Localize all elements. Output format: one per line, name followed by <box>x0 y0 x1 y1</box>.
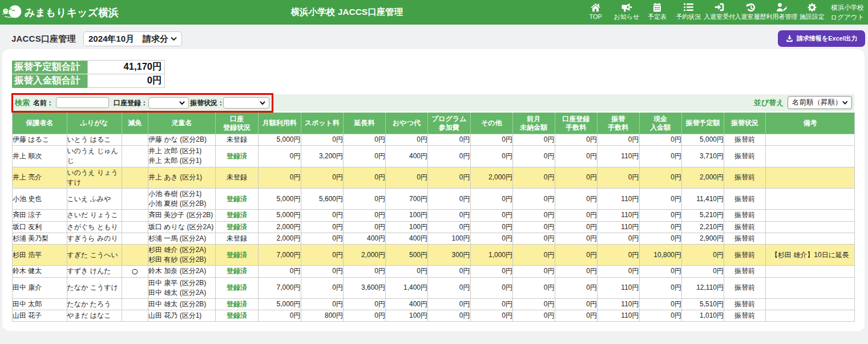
cell <box>122 146 148 167</box>
cell: 0円 <box>344 189 386 210</box>
nav-item-お知らせ[interactable]: お知らせ <box>609 0 644 25</box>
nav-item-利用者管理[interactable]: 利用者管理 <box>765 0 799 25</box>
sort-select[interactable]: 名前順（昇順） <box>788 96 852 109</box>
cell: 井上 あき (区分1) <box>148 167 216 188</box>
nav-item-TOP[interactable]: TOP <box>579 0 613 25</box>
table-row: 坂口 友利さがぐち ともり坂口 めりな (区分2A)登録済2,000円0円0円1… <box>13 221 855 233</box>
cell: 5,000円 <box>259 189 301 210</box>
cell: 登録済 <box>216 221 259 233</box>
col-header: その他 <box>470 113 513 134</box>
nav-item-施設設定[interactable]: 施設設定 <box>795 0 829 25</box>
cell: 振替前 <box>724 245 766 266</box>
cell: 小池 史也 <box>13 189 67 210</box>
cell: 杉浦 美乃梨 <box>13 233 67 244</box>
nav-item-入退室履歴[interactable]: 入退室履歴 <box>733 0 768 25</box>
cell: 0円 <box>470 134 513 146</box>
name-filter-input[interactable] <box>56 97 109 108</box>
cell: 110円 <box>597 146 640 167</box>
logo-text: みまもりキッズ横浜 <box>25 6 119 19</box>
cell: 0円 <box>470 299 513 310</box>
cell: 0円 <box>470 310 513 322</box>
cell: 5,000円 <box>682 134 724 146</box>
excel-button-label: 請求情報をExcel出力 <box>797 34 857 43</box>
cell: 0円 <box>513 310 555 322</box>
cell: 1,010円 <box>682 310 724 322</box>
cell: いのうえ りょうすけ <box>67 167 122 188</box>
cell: 700円 <box>386 189 428 210</box>
cell: 0円 <box>555 266 597 277</box>
cell <box>122 299 148 310</box>
chevron-down-icon <box>171 37 177 41</box>
nav-item-入退室受付[interactable]: 入退室受付 <box>703 0 737 25</box>
cell: 0円 <box>555 277 597 298</box>
nav-item-予定表[interactable]: 予定表 <box>640 0 675 25</box>
cell <box>122 277 148 298</box>
cell: 100円 <box>386 221 428 233</box>
cell: 3,200円 <box>301 146 344 167</box>
cell: 伊藤 はるこ <box>13 134 67 146</box>
account-reg-select[interactable] <box>148 97 189 109</box>
cell: 1,400円 <box>386 277 428 298</box>
cell: 110円 <box>597 277 640 298</box>
cell <box>122 245 148 266</box>
cell: 振替前 <box>724 189 766 210</box>
cell: いのうえ じゅんじ <box>67 146 122 167</box>
col-header: 振替手数料 <box>597 113 640 134</box>
cell: 0円 <box>639 266 682 277</box>
excel-export-button[interactable]: 請求情報をExcel出力 <box>778 30 865 47</box>
cell: 0円 <box>639 233 682 244</box>
summary-table: 振替予定額合計 41,170円 振替入金額合計 0円 <box>12 60 165 88</box>
home-icon <box>591 2 600 12</box>
cell: 0円 <box>513 299 555 310</box>
cell: 0円 <box>513 167 555 188</box>
cell: 7,000円 <box>259 277 301 298</box>
cell: 500円 <box>386 245 428 266</box>
content-card: 振替予定額合計 41,170円 振替入金額合計 0円 検索 名前： 口座登録： … <box>2 49 865 331</box>
cell: 0円 <box>470 210 513 221</box>
table-row: 山田 花子やまだ はなこ山田 花乃 (区分1)登録済0円800円0円100円0円… <box>13 310 855 322</box>
cell: 10,800円 <box>639 245 682 266</box>
cell: 5,000円 <box>259 134 301 146</box>
cell: 0円 <box>428 134 471 146</box>
cell: 0円 <box>386 167 428 188</box>
cell: 0円 <box>639 299 682 310</box>
name-filter-label: 名前： <box>33 94 54 111</box>
cell <box>122 134 148 146</box>
cell: 0円 <box>639 134 682 146</box>
app-logo[interactable]: みまもりキッズ横浜 <box>2 1 119 23</box>
cell <box>766 210 855 221</box>
filter-toolbar: 検索 名前： 口座登録： 振替状況： 並び替え 名前順（昇順） <box>12 94 854 111</box>
cell: 0円 <box>428 189 471 210</box>
cell: 0円 <box>555 221 597 233</box>
cell: たなか こうすけ <box>67 277 122 298</box>
topbar: みまもりキッズ横浜 横浜小学校 JACCS口座管理 TOPお知らせ予定表予約状況… <box>0 0 868 25</box>
col-header: 減免 <box>122 113 148 134</box>
logout-link[interactable]: ログアウト <box>831 13 865 22</box>
cell: 100円 <box>386 210 428 221</box>
nav-item-予約状況[interactable]: 予約状況 <box>671 0 705 25</box>
cell: 0円 <box>682 266 724 277</box>
cell <box>122 233 148 244</box>
col-header: 保護者名 <box>13 113 67 134</box>
search-label: 検索 <box>15 94 30 111</box>
col-header: 振替状況 <box>724 113 766 134</box>
cell: 0円 <box>639 310 682 322</box>
month-select-value: 2024年10月 請求分 <box>88 34 171 45</box>
col-header: 口座登録状況 <box>216 113 259 134</box>
facility-name: 横浜小学校 <box>831 3 864 13</box>
cell <box>122 210 148 221</box>
cell: 0円 <box>555 299 597 310</box>
transfer-status-select[interactable] <box>223 97 269 109</box>
cell <box>766 189 855 210</box>
cell: 2,000円 <box>344 245 386 266</box>
gear-icon <box>808 2 817 12</box>
nav-label: 予約状況 <box>676 12 701 22</box>
account-menu[interactable]: 横浜小学校 ログアウト <box>830 0 865 25</box>
cell: 0円 <box>344 167 386 188</box>
cell: 5,000円 <box>259 299 301 310</box>
month-select[interactable]: 2024年10月 請求分 <box>83 31 182 46</box>
cell: 坂口 友利 <box>13 221 67 233</box>
cell: 0円 <box>555 134 597 146</box>
cell: 0円 <box>470 221 513 233</box>
cell: 0円 <box>259 310 301 322</box>
